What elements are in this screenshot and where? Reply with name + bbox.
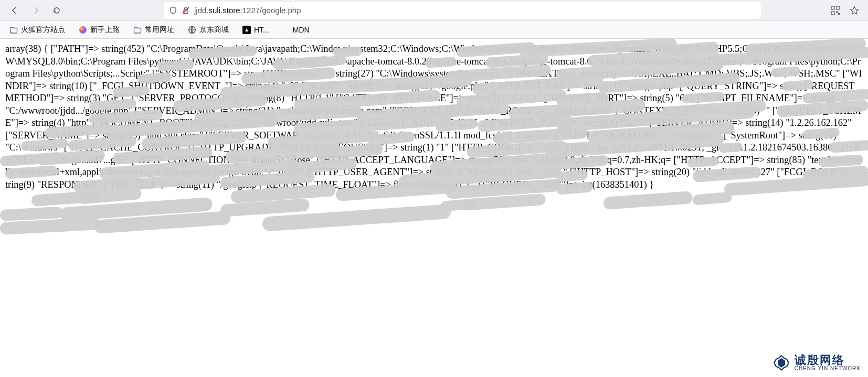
svg-rect-3 bbox=[837, 6, 840, 9]
qr-icon[interactable] bbox=[828, 3, 843, 18]
bookmark-ht[interactable]: HT... bbox=[240, 25, 271, 35]
bookmark-label: MDN bbox=[293, 26, 310, 34]
page-content: array(38) { ["PATH"]=> string(452) "C:\P… bbox=[0, 39, 868, 196]
toolbar-right bbox=[828, 3, 862, 18]
watermark-cn: 诚殷网络 bbox=[795, 354, 861, 366]
bookmark-label: HT... bbox=[254, 26, 269, 34]
insecure-lock-icon bbox=[182, 6, 190, 15]
shield-icon bbox=[169, 6, 177, 15]
svg-rect-4 bbox=[831, 12, 834, 15]
php-array-dump: array(38) { ["PATH"]=> string(452) "C:\P… bbox=[5, 44, 863, 190]
navigation-toolbar: jjdd.suli.store:1227/google.php bbox=[0, 0, 868, 21]
watermark-text: 诚殷网络 CHENG YIN NETWORK bbox=[795, 354, 861, 372]
folder-icon bbox=[133, 26, 142, 34]
bookmark-label: 京东商城 bbox=[199, 25, 229, 35]
reload-button[interactable] bbox=[48, 2, 65, 19]
bookmark-mdn[interactable]: MDN bbox=[291, 25, 312, 35]
bookmarks-bar: 火狐官方站点 新手上路 常用网址 京东商城 HT... MDN bbox=[0, 21, 868, 39]
url-text: jjdd.suli.store:1227/google.php bbox=[194, 6, 756, 15]
url-suffix: :1227/google.php bbox=[240, 6, 301, 15]
bookmark-firefox-official[interactable]: 火狐官方站点 bbox=[7, 24, 67, 36]
dark-square-icon bbox=[242, 26, 251, 34]
svg-rect-2 bbox=[831, 6, 834, 9]
bookmark-common-sites[interactable]: 常用网址 bbox=[131, 24, 176, 36]
bookmark-separator bbox=[281, 25, 281, 35]
svg-marker-9 bbox=[778, 358, 785, 368]
back-button[interactable] bbox=[6, 2, 23, 19]
firefox-icon bbox=[79, 26, 87, 34]
bookmark-star-icon[interactable] bbox=[847, 3, 862, 18]
watermark-logo-icon bbox=[772, 354, 790, 372]
forward-button[interactable] bbox=[27, 2, 44, 19]
bookmark-getting-started[interactable]: 新手上路 bbox=[77, 24, 122, 36]
bookmark-label: 常用网址 bbox=[145, 25, 174, 35]
bookmark-label: 新手上路 bbox=[90, 25, 120, 35]
bookmark-jd[interactable]: 京东商城 bbox=[186, 24, 231, 36]
url-prefix: jjdd. bbox=[194, 6, 209, 15]
globe-icon bbox=[188, 26, 196, 34]
folder-icon bbox=[9, 26, 18, 34]
url-bar[interactable]: jjdd.suli.store:1227/google.php bbox=[164, 2, 761, 19]
bookmark-label: 火狐官方站点 bbox=[21, 25, 65, 35]
watermark: 诚殷网络 CHENG YIN NETWORK bbox=[772, 354, 861, 372]
svg-point-7 bbox=[79, 26, 87, 34]
svg-rect-5 bbox=[837, 12, 838, 13]
url-domain: suli.store bbox=[209, 6, 240, 15]
svg-rect-6 bbox=[839, 13, 840, 15]
watermark-en: CHENG YIN NETWORK bbox=[795, 366, 861, 372]
